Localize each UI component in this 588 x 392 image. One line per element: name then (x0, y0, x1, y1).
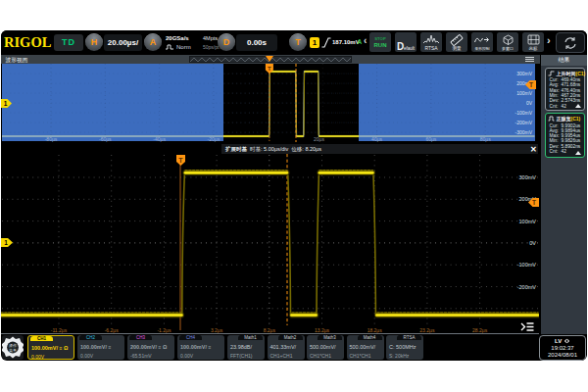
svg-text:T: T (178, 157, 183, 164)
svg-text:T: T (268, 65, 271, 71)
svg-text:菜单: 菜单 (9, 347, 17, 352)
svg-text:T: T (532, 199, 536, 206)
svg-text:1: 1 (4, 100, 8, 107)
svg-text:1: 1 (4, 239, 8, 246)
svg-text:T: T (529, 81, 533, 88)
